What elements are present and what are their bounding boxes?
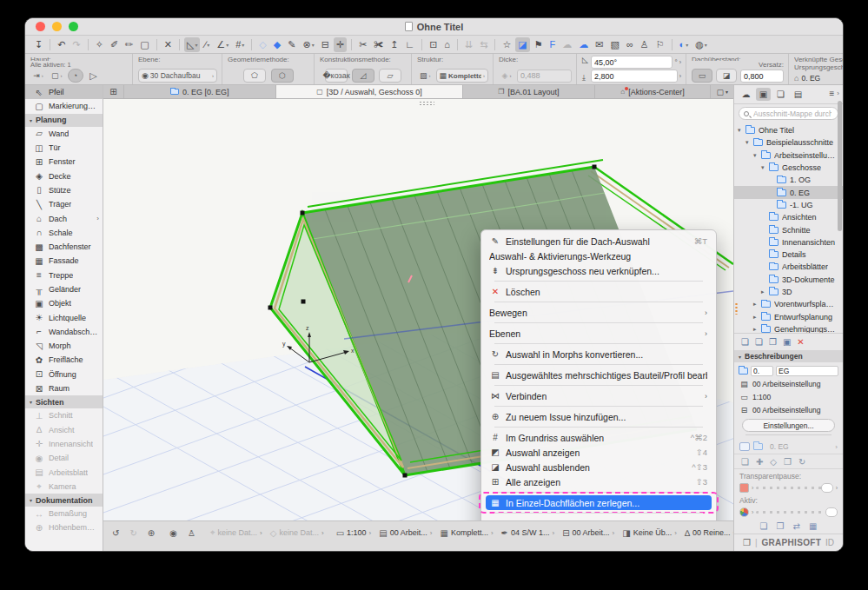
roof-pitch-field[interactable] [591, 56, 673, 69]
details[interactable]: Details [734, 249, 843, 261]
sep[interactable]: › [494, 427, 703, 428]
innenansicht[interactable]: ✛ Innenansicht › [25, 437, 103, 451]
sep[interactable]: › [494, 406, 703, 407]
elevate[interactable]: ↥ ▾ [388, 37, 401, 52]
hide-selection[interactable]: ◪ Auswahl ausblenden › ^⇧3 [486, 460, 712, 474]
dachfenster[interactable]: ▩ Dachfenster › [25, 240, 103, 254]
fill-type-button[interactable]: ▨› [417, 69, 434, 83]
ansicht[interactable]: ∆ Ansicht › [25, 423, 103, 437]
swap-view[interactable]: ⇄ [793, 521, 800, 531]
zoom-to-selection[interactable]: ⊙ Auf Auswahl zoomen › ⌥⌘+ [486, 516, 712, 520]
versatz-field[interactable] [740, 70, 784, 83]
zoom[interactable]: ⊕ › [144, 525, 161, 540]
rotate-mode-button[interactable]: ◔ [68, 69, 83, 83]
sep[interactable]: ▾ [421, 39, 422, 50]
render-settings[interactable]: ◐ ▾ [677, 37, 692, 52]
graphisoft-brand[interactable]: GRAPHISOFT [762, 538, 822, 547]
redo[interactable]: ↷ ▾ [70, 37, 83, 52]
walkthrough[interactable]: ♙ ▾ [638, 37, 652, 52]
sep[interactable]: ▾ [50, 39, 50, 50]
tab-overview-button[interactable]: ⊞ [103, 85, 124, 98]
renovation-filter[interactable]: ∆ 00 Reine... › [681, 525, 733, 540]
kamera[interactable]: ⌖ Kamera › [25, 480, 103, 494]
disclosure-arrow-icon[interactable] [753, 314, 761, 321]
settings-button[interactable]: Einstellungen... [742, 419, 835, 432]
share[interactable]: ✉ ▾ [593, 37, 606, 52]
chevron-right-icon[interactable]: › [752, 509, 753, 515]
detail[interactable]: ◉ Detail › [25, 451, 103, 465]
composite-dropdown[interactable]: ▦ Komplettdach... › [436, 69, 488, 83]
layers[interactable]: Ebenen › [486, 326, 712, 341]
editing-plane-vertical[interactable]: ◆ ▾ [271, 37, 283, 52]
sep[interactable]: › [494, 364, 703, 365]
ug1[interactable]: -1. UG [734, 199, 843, 211]
walk[interactable]: ♙ › [184, 525, 202, 540]
shape-item[interactable]: ◇ [770, 457, 777, 467]
sep[interactable]: › [494, 322, 703, 323]
move[interactable]: Bewegen › [486, 305, 712, 320]
geometry-polyroof-button[interactable]: ⬠ [243, 69, 266, 83]
look[interactable]: ◉ › [166, 525, 183, 540]
windows-icon[interactable]: ❐ [743, 538, 751, 547]
sep[interactable]: ▾ [251, 39, 252, 50]
sun-settings[interactable]: ◇ keine Dat... › [267, 525, 328, 540]
tab-layout[interactable]: ❐ [BA.01 Layout] [463, 85, 594, 98]
schnitt[interactable]: ⊥ Schnitt › [25, 408, 103, 422]
innenansichten[interactable]: Innenansichten [734, 236, 843, 249]
auto-dimension[interactable]: ⊟ ▾ [319, 37, 332, 52]
dokumente-3d[interactable]: 3D-Dokumente [734, 274, 843, 286]
scale[interactable]: ▭ 1:100 › [333, 525, 375, 540]
sep[interactable]: › [494, 302, 703, 302]
sep[interactable]: ▾ [88, 39, 89, 50]
sep[interactable]: ▾ [179, 39, 180, 50]
nav-back[interactable]: ↺ › [109, 525, 125, 540]
adjust[interactable]: ✀ ▾ [371, 37, 386, 52]
pivot-height-field[interactable] [591, 70, 678, 83]
add-to-issue[interactable]: ⊕ Zu neuem Issue hinzufügen... › [486, 409, 712, 424]
clone-folder[interactable]: ❏ [755, 337, 763, 347]
texture-view[interactable]: ▦ [809, 521, 817, 531]
view-map[interactable]: ▣ [756, 88, 771, 101]
disclosure-arrow-icon[interactable] [738, 127, 745, 134]
chevron-right-icon[interactable]: › [836, 485, 838, 491]
nav-forward[interactable]: ↻ › [126, 525, 142, 540]
polygon-mode-button[interactable]: ▷ [86, 69, 102, 83]
navigator-menu[interactable]: ≡ › [829, 89, 839, 98]
beschreibungen-header[interactable]: Beschreibungen [734, 350, 843, 362]
disclosure-arrow-icon[interactable] [761, 164, 769, 171]
split[interactable]: ✂ ▾ [356, 37, 369, 52]
convert-to-morph[interactable]: ↻ Auswahl in Morphs konvertieren... › [486, 347, 712, 361]
tag[interactable]: ⚐ ▾ [653, 37, 667, 52]
corner[interactable]: ∟ ▾ [402, 37, 417, 52]
disclosure-arrow-icon[interactable] [761, 288, 769, 295]
add-item[interactable]: ✚ [756, 457, 763, 467]
view-settings[interactable]: ◍ ▾ [692, 37, 710, 52]
snap-points[interactable]: ∠ ▾ [214, 37, 231, 52]
chevron-right-icon[interactable]: › [679, 73, 681, 79]
trace-color-swatch[interactable] [739, 483, 749, 493]
lock[interactable]: ⊗ ▾ [300, 37, 316, 52]
copy-settings[interactable]: ❏ [741, 457, 749, 467]
view-id-field[interactable] [751, 366, 773, 376]
disclosure-arrow-icon[interactable] [753, 301, 761, 308]
flag[interactable]: ⚑ ▾ [532, 37, 546, 52]
tree-scrollbar[interactable] [838, 101, 842, 231]
reference-story-row[interactable]: 0. EG › [734, 440, 843, 454]
chevron-right-icon[interactable]: › [679, 59, 681, 65]
schnitte[interactable]: Schnitte [734, 223, 843, 235]
drei-d[interactable]: 3D [734, 286, 843, 298]
slider-thumb[interactable] [821, 483, 833, 493]
sep[interactable]: ▾ [672, 39, 673, 50]
teamwork-send[interactable]: ☁ ▾ [560, 37, 574, 52]
sichten-header[interactable]: Sichten › [25, 395, 103, 408]
pivot-height-input[interactable] [594, 72, 674, 81]
dach[interactable]: ⌂ Dach › [25, 211, 103, 225]
search-input[interactable] [752, 109, 833, 119]
oeffnung[interactable]: ⊡ Öffnung › [25, 368, 103, 381]
pfeil[interactable]: ⇖ Pfeil › [25, 85, 103, 99]
eg0[interactable]: 0. EG [734, 186, 843, 198]
image[interactable]: ▧ ▾ [608, 37, 622, 52]
default-settings-button[interactable]: ⇥› [30, 69, 46, 83]
arbeitsblaetter[interactable]: Arbeitsblätter [734, 261, 843, 273]
marker[interactable]: ⊡ ▾ [427, 37, 440, 52]
